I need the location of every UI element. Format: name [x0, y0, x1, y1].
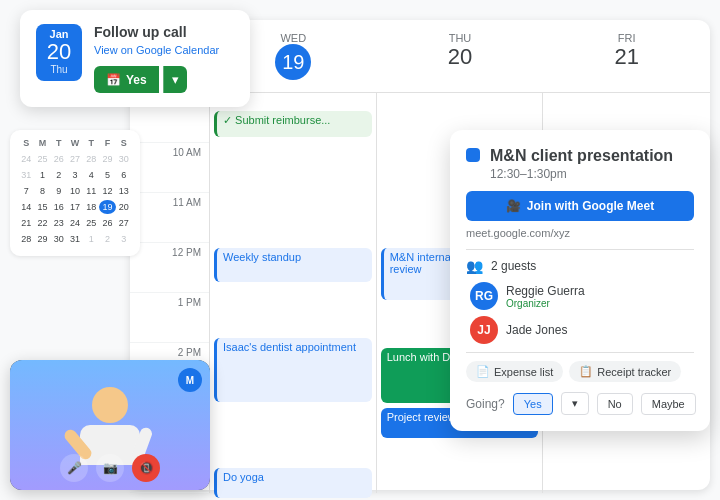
video-call-card: M 🎤 📷 📵: [10, 360, 210, 490]
time-slot: 11 AM: [130, 193, 209, 243]
rsvp-no-button[interactable]: No: [597, 393, 633, 415]
expense-icon: 📄: [476, 365, 490, 378]
weekly-standup-event[interactable]: Weekly standup: [214, 248, 372, 282]
fri-num: 21: [543, 44, 710, 70]
guests-count: 2 guests: [491, 259, 536, 273]
guest-reggie: RG Reggie Guerra Organizer: [466, 282, 694, 310]
event-popup: M&N client presentation 12:30–1:30pm 🎥 J…: [450, 130, 710, 431]
view-google-calendar-link[interactable]: View on Google Calendar: [94, 44, 234, 56]
meet-url: meet.google.com/xyz: [466, 227, 694, 239]
video-frame: M 🎤 📷 📵: [10, 360, 210, 490]
receipt-icon: 📋: [579, 365, 593, 378]
jade-name: Jade Jones: [506, 323, 694, 337]
wed-events-col: ✓ Submit reimburse... Weekly standup Isa…: [210, 93, 377, 493]
popup-event-time: 12:30–1:30pm: [490, 167, 673, 181]
day-col-thu[interactable]: THU 20: [377, 28, 544, 84]
video-controls: 🎤 📷 📵: [10, 454, 210, 482]
fri-label: FRI: [543, 32, 710, 44]
followup-info: Follow up call View on Google Calendar 📅…: [94, 24, 234, 93]
jade-info: Jade Jones: [506, 323, 694, 337]
time-slot: 1 PM: [130, 293, 209, 343]
attachments-section: 📄 Expense list 📋 Receipt tracker: [466, 361, 694, 382]
camera-button[interactable]: 📷: [96, 454, 124, 482]
submit-reimbursement-event[interactable]: ✓ Submit reimburse...: [214, 111, 372, 137]
guests-row: 👥 2 guests: [466, 258, 694, 274]
mini-cal-row: 14 15 16 17 18 19 20: [18, 200, 132, 214]
rsvp-yes-button[interactable]: Yes: [513, 393, 553, 415]
expense-list-chip[interactable]: 📄 Expense list: [466, 361, 563, 382]
rsvp-maybe-button[interactable]: Maybe: [641, 393, 696, 415]
do-yoga-event[interactable]: Do yoga: [214, 468, 372, 498]
calendar-check-icon: 📅: [106, 73, 121, 87]
time-slot: 10 AM: [130, 143, 209, 193]
wed-num: 19: [275, 44, 311, 80]
meet-icon: M: [178, 368, 202, 392]
followup-weekday: Thu: [46, 64, 72, 75]
followup-day: 20: [46, 40, 72, 64]
thu-label: THU: [377, 32, 544, 44]
mini-cal-row: 31 1 2 3 4 5 6: [18, 168, 132, 182]
mini-cal-row: 21 22 23 24 25 26 27: [18, 216, 132, 230]
followup-card: Jan 20 Thu Follow up call View on Google…: [20, 10, 250, 107]
event-color-dot: [466, 148, 480, 162]
mn-internal-review-event[interactable]: M&N internal review: [381, 248, 460, 300]
mini-calendar: S M T W T F S 24 25 26 27 28 29 30 31 1 …: [10, 130, 140, 256]
popup-divider-2: [466, 352, 694, 353]
mini-today[interactable]: 19: [99, 200, 115, 214]
mini-cal-row: 7 8 9 10 11 12 13: [18, 184, 132, 198]
hangup-button[interactable]: 📵: [132, 454, 160, 482]
guest-jade: JJ Jade Jones: [466, 316, 694, 344]
reggie-role: Organizer: [506, 298, 694, 309]
popup-event-title: M&N client presentation: [490, 146, 673, 165]
yes-button[interactable]: 📅 Yes: [94, 66, 159, 93]
time-slot: 12 PM: [130, 243, 209, 293]
popup-divider: [466, 249, 694, 250]
thu-num: 20: [377, 44, 544, 70]
mini-cal-row: 28 29 30 31 1 2 3: [18, 232, 132, 246]
join-meet-button[interactable]: 🎥 Join with Google Meet: [466, 191, 694, 221]
day-col-fri[interactable]: FRI 21: [543, 28, 710, 84]
followup-actions: 📅 Yes ▾: [94, 66, 234, 93]
popup-header: M&N client presentation 12:30–1:30pm: [466, 146, 694, 181]
mini-cal-row: 24 25 26 27 28 29 30: [18, 152, 132, 166]
mini-cal-header: S M T W T F S: [18, 138, 132, 148]
popup-title-block: M&N client presentation 12:30–1:30pm: [490, 146, 673, 181]
meet-video-icon: 🎥: [506, 199, 521, 213]
reggie-info: Reggie Guerra Organizer: [506, 284, 694, 309]
guests-icon: 👥: [466, 258, 483, 274]
mute-button[interactable]: 🎤: [60, 454, 88, 482]
reggie-name: Reggie Guerra: [506, 284, 694, 298]
rsvp-section: Going? Yes ▾ No Maybe: [466, 392, 694, 415]
followup-title: Follow up call: [94, 24, 234, 40]
reggie-avatar: RG: [470, 282, 498, 310]
person-head: [92, 387, 128, 423]
followup-date-box: Jan 20 Thu: [36, 24, 82, 81]
rsvp-label: Going?: [466, 397, 505, 411]
rsvp-dropdown-button[interactable]: ▾: [561, 392, 589, 415]
yes-dropdown-button[interactable]: ▾: [163, 66, 187, 93]
dentist-appointment-event[interactable]: Isaac's dentist appointment: [214, 338, 372, 402]
jade-avatar: JJ: [470, 316, 498, 344]
receipt-tracker-chip[interactable]: 📋 Receipt tracker: [569, 361, 681, 382]
